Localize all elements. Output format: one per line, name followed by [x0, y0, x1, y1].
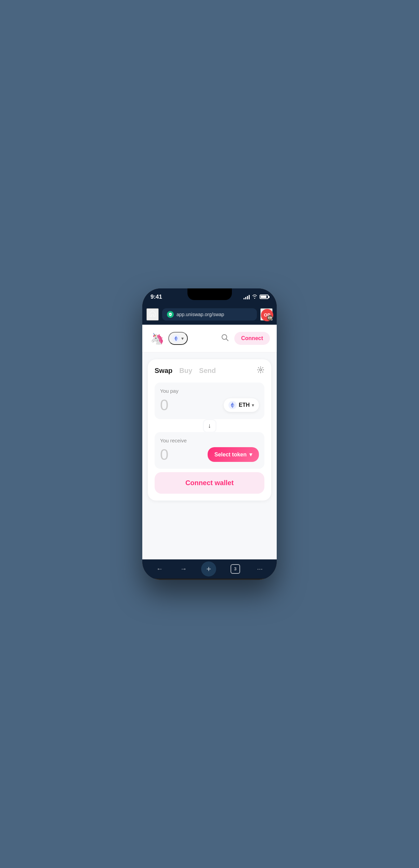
tab-buy[interactable]: Buy — [179, 366, 192, 375]
main-content: 🦄 ▾ — [142, 325, 277, 559]
status-bar: 9:41 — [142, 288, 277, 306]
more-button[interactable]: ··· — [254, 562, 265, 575]
swap-direction-wrapper: ↓ — [155, 419, 264, 433]
select-token-label: Select token — [214, 452, 247, 458]
swap-card: Swap Buy Send You pay — [148, 359, 271, 501]
url-bar[interactable]: app.uniswap.org/swap — [162, 308, 257, 321]
you-pay-row: ETH ▾ — [160, 397, 259, 414]
new-tab-button[interactable]: + — [201, 561, 216, 576]
you-receive-input[interactable] — [160, 446, 201, 463]
you-receive-box: You receive Select token ▾ — [155, 432, 264, 469]
swap-direction-button[interactable]: ↓ — [203, 419, 217, 433]
back-button[interactable]: ← — [154, 562, 166, 575]
forward-button[interactable]: → — [177, 562, 189, 575]
profile-sub-avatar: SW — [267, 315, 273, 321]
shield-icon — [167, 311, 174, 318]
select-token-button[interactable]: Select token ▾ — [208, 447, 259, 462]
tab-send[interactable]: Send — [199, 366, 216, 375]
wifi-icon — [252, 294, 258, 300]
home-button[interactable] — [146, 308, 159, 321]
add-icon: + — [206, 564, 211, 574]
swap-section: Swap Buy Send You pay — [142, 352, 277, 507]
search-button[interactable] — [219, 332, 230, 345]
connect-button[interactable]: Connect — [234, 332, 270, 345]
you-pay-box: You pay ETH ▾ — [155, 383, 264, 419]
swap-tabs: Swap Buy Send — [155, 366, 264, 376]
forward-icon: → — [180, 565, 187, 573]
bottom-nav: ← → + 3 ··· — [142, 559, 277, 579]
nav-actions: Connect — [219, 332, 270, 345]
svg-point-9 — [260, 369, 262, 371]
chevron-down-icon: ▾ — [181, 336, 184, 341]
eth-network-logo — [172, 335, 180, 342]
status-time: 9:41 — [150, 294, 162, 300]
swap-direction-icon: ↓ — [208, 422, 211, 429]
network-selector[interactable]: ▾ — [168, 332, 188, 345]
tab-count: 3 — [231, 564, 240, 574]
battery-icon — [260, 295, 269, 299]
notch — [187, 288, 232, 300]
status-icons — [244, 294, 269, 300]
profile-button[interactable]: OP SW — [260, 308, 273, 321]
you-receive-row: Select token ▾ — [160, 446, 259, 463]
more-icon: ··· — [257, 565, 263, 573]
url-text: app.uniswap.org/swap — [176, 312, 252, 317]
back-icon: ← — [156, 565, 163, 573]
you-pay-input[interactable] — [160, 397, 201, 414]
tabs-button[interactable]: 3 — [228, 561, 243, 576]
connect-wallet-button[interactable]: Connect wallet — [155, 472, 264, 494]
pay-token-name: ETH — [239, 402, 250, 408]
svg-line-8 — [226, 339, 228, 341]
signal-icon — [244, 295, 250, 299]
you-pay-label: You pay — [160, 388, 259, 394]
pay-token-selector[interactable]: ETH ▾ — [224, 398, 259, 412]
browser-bar: app.uniswap.org/swap OP SW — [142, 306, 277, 325]
pay-token-chevron: ▾ — [252, 402, 254, 408]
select-token-chevron: ▾ — [249, 451, 252, 458]
eth-token-logo — [228, 401, 237, 409]
settings-button[interactable] — [257, 366, 264, 376]
tab-swap[interactable]: Swap — [155, 366, 172, 375]
phone-frame: 9:41 — [142, 288, 277, 580]
you-receive-label: You receive — [160, 438, 259, 443]
nav-header: 🦄 ▾ — [142, 325, 277, 352]
svg-text:🦄: 🦄 — [150, 332, 164, 345]
home-icon — [149, 310, 156, 319]
uniswap-logo: 🦄 — [149, 330, 166, 347]
logo-area: 🦄 ▾ — [149, 330, 188, 347]
